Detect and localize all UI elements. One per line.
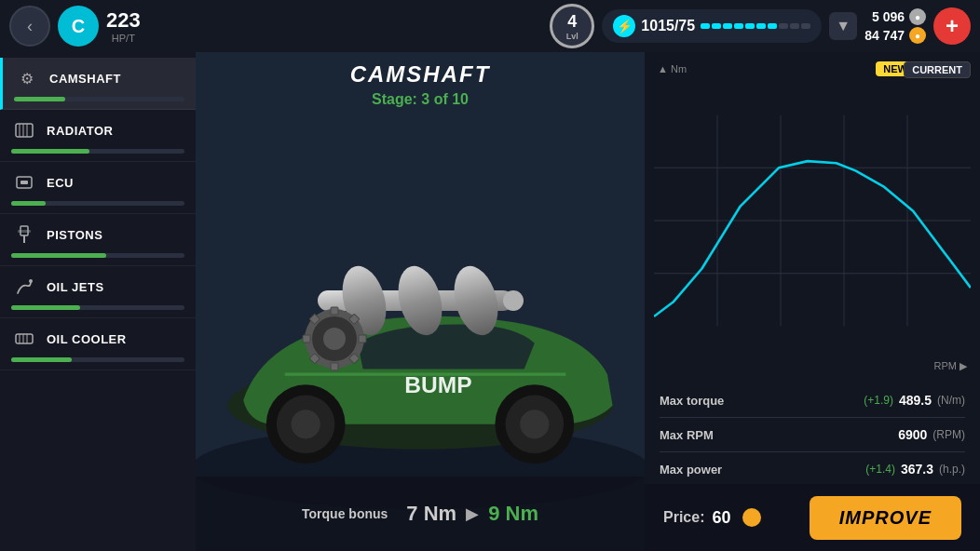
part-title: CAMSHAFT (196, 61, 645, 87)
svg-rect-5 (20, 181, 28, 184)
svg-point-22 (520, 410, 549, 438)
silver-coin-icon: ● (909, 8, 926, 25)
energy-icon: ⚡ (613, 15, 635, 37)
stat-vals-power: (+1.4) 367.3 (h.p.) (865, 462, 965, 477)
energy-pip-3 (723, 23, 732, 29)
stat-boost-torque: (+1.9) (864, 394, 893, 407)
level-badge: 4 Lvl (550, 4, 594, 48)
hp-label: HP/T (112, 33, 135, 44)
energy-pip-7 (768, 23, 777, 29)
torque-arrow-icon: ▶ (466, 504, 479, 524)
hp-stat: 223 HP/T (106, 8, 141, 44)
ecu-icon (11, 169, 37, 195)
camshaft-icon: ⚙ (14, 65, 40, 91)
sidebar-item-header-oil-jets: OIL JETS (11, 274, 184, 300)
energy-pip-1 (701, 23, 710, 29)
svg-rect-35 (331, 363, 338, 370)
energy-count: 1015/75 (641, 18, 695, 34)
stat-boost-power: (+1.4) (865, 463, 895, 476)
coins-section: 5 096 ● 84 747 ● (864, 8, 926, 44)
chart-area: ▲ Nm NEW CURRENT RPM ▶ (645, 52, 980, 385)
sidebar: ⚙ CAMSHAFT RADIATOR ECU (0, 52, 196, 551)
gold-coins-value: 84 747 (864, 28, 905, 43)
sidebar-item-header-oil-cooler: OIL COOLER (11, 326, 184, 352)
pistons-progress-bg (11, 253, 184, 258)
gold-coin-icon: ● (909, 27, 926, 44)
sidebar-label-pistons: PISTONS (47, 228, 102, 242)
stat-name-power: Max power (660, 463, 722, 477)
torque-info: Torque bonus 7 Nm ▶ 9 Nm (196, 477, 645, 551)
torque-new-value: 9 Nm (488, 502, 538, 526)
ecu-progress-bg (11, 201, 184, 206)
sidebar-item-header-pistons: PISTONS (11, 222, 184, 248)
torque-values: 7 Nm ▶ 9 Nm (406, 502, 538, 526)
back-button[interactable]: ‹ (9, 6, 50, 47)
stat-row-rpm: Max RPM 6900 (RPM) (660, 427, 965, 442)
sidebar-item-ecu[interactable]: ECU (0, 162, 196, 214)
sidebar-item-oil-jets[interactable]: OIL JETS (0, 266, 196, 318)
svg-rect-10 (16, 334, 33, 343)
stage-text: Stage: 3 of 10 (196, 91, 645, 108)
silver-coins-value: 5 096 (872, 9, 905, 24)
radiator-icon (11, 117, 37, 143)
stat-row-torque: Max torque (+1.9) 489.5 (N/m) (660, 393, 965, 408)
top-bar: ‹ C 223 HP/T 4 Lvl ⚡ 1015/75 ▼ 5 096 ● (0, 0, 980, 52)
player-badge: C (58, 6, 99, 47)
stat-unit-rpm: (RPM) (932, 428, 965, 441)
stat-name-torque: Max torque (660, 394, 724, 408)
current-badge: CURRENT (904, 61, 971, 78)
camshaft-progress-bg (14, 97, 184, 101)
torque-label: Torque bonus (302, 506, 388, 521)
performance-chart-svg (654, 80, 971, 361)
stats-section: Max torque (+1.9) 489.5 (N/m) Max RPM 69… (645, 385, 980, 484)
stat-name-rpm: Max RPM (660, 428, 714, 442)
svg-point-19 (292, 410, 320, 438)
stat-val-rpm: 6900 (898, 427, 927, 442)
chart-rpm-label: RPM ▶ (934, 360, 968, 372)
stat-val-torque: 489.5 (899, 393, 932, 408)
sidebar-label-oil-cooler: OIL COOLER (47, 332, 127, 346)
sidebar-item-oil-cooler[interactable]: OIL COOLER (0, 318, 196, 370)
camshaft-svg (290, 208, 551, 395)
svg-point-27 (447, 262, 505, 341)
oil-cooler-progress-fill (11, 357, 72, 362)
energy-pip-10 (801, 23, 810, 29)
stat-vals-torque: (+1.9) 489.5 (N/m) (864, 393, 965, 408)
pistons-progress-fill (11, 253, 106, 258)
sidebar-item-pistons[interactable]: PISTONS (0, 214, 196, 266)
sidebar-item-header-camshaft: ⚙ CAMSHAFT (14, 65, 184, 91)
chart-nm-label: ▲ Nm (658, 63, 687, 74)
sidebar-item-radiator[interactable]: RADIATOR (0, 110, 196, 162)
energy-pip-2 (712, 23, 721, 29)
improve-button[interactable]: IMPROVE (810, 496, 961, 540)
gold-coins-row: 84 747 ● (864, 27, 926, 44)
price-area: Price: 60 (663, 508, 761, 528)
energy-dropdown[interactable]: ▼ (829, 12, 857, 40)
energy-pip-4 (734, 23, 743, 29)
energy-pip-5 (745, 23, 755, 29)
stat-unit-power: (h.p.) (939, 463, 965, 476)
sidebar-item-camshaft[interactable]: ⚙ CAMSHAFT (0, 58, 196, 110)
energy-bar (701, 23, 810, 29)
price-coin-icon (742, 508, 761, 527)
oil-jets-icon (11, 274, 37, 300)
svg-point-26 (391, 262, 449, 341)
camshaft-progress-fill (14, 97, 65, 101)
ecu-progress-fill (11, 201, 46, 206)
oil-cooler-progress-bg (11, 357, 184, 362)
stat-vals-rpm: 6900 (RPM) (892, 427, 965, 442)
hp-value: 223 (106, 8, 141, 33)
energy-pip-9 (790, 23, 799, 29)
sidebar-item-header-ecu: ECU (11, 169, 184, 195)
right-panel: ▲ Nm NEW CURRENT RPM ▶ Max torque (+1.9)… (645, 52, 980, 551)
camshaft-display (290, 208, 551, 395)
part-title-area: CAMSHAFT Stage: 3 of 10 (196, 61, 645, 108)
svg-rect-8 (18, 230, 31, 233)
add-coins-button[interactable]: + (933, 7, 971, 45)
sidebar-label-camshaft: CAMSHAFT (49, 72, 121, 86)
oil-jets-progress-bg (11, 305, 184, 310)
sidebar-label-radiator: RADIATOR (47, 124, 113, 138)
svg-point-30 (323, 328, 346, 350)
svg-point-9 (29, 279, 33, 283)
bottom-action: Price: 60 IMPROVE (645, 484, 980, 551)
